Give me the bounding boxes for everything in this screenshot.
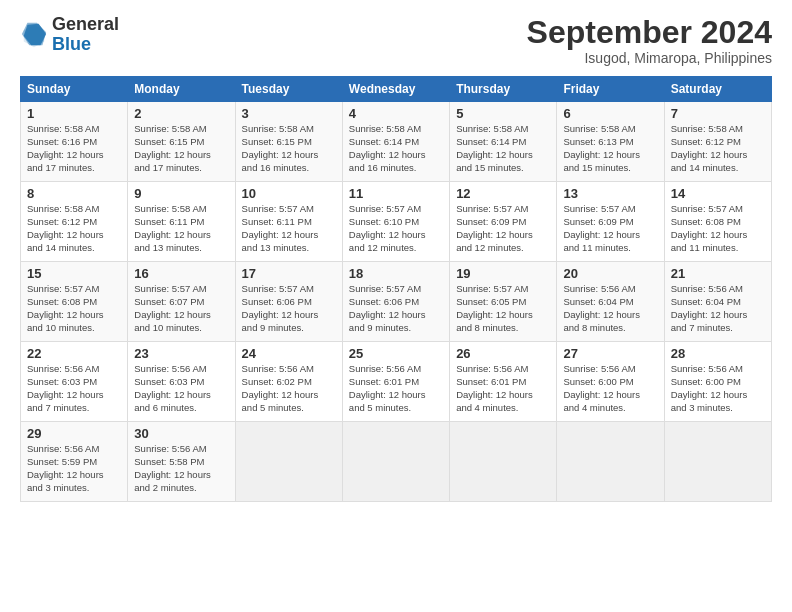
calendar-cell: 25Sunrise: 5:56 AM Sunset: 6:01 PM Dayli… [342, 342, 449, 422]
calendar-cell: 8Sunrise: 5:58 AM Sunset: 6:12 PM Daylig… [21, 182, 128, 262]
day-detail: Sunrise: 5:56 AM Sunset: 6:00 PM Dayligh… [563, 363, 657, 414]
day-number: 19 [456, 266, 550, 281]
day-detail: Sunrise: 5:56 AM Sunset: 6:04 PM Dayligh… [563, 283, 657, 334]
day-number: 13 [563, 186, 657, 201]
day-number: 8 [27, 186, 121, 201]
calendar-cell: 23Sunrise: 5:56 AM Sunset: 6:03 PM Dayli… [128, 342, 235, 422]
day-number: 16 [134, 266, 228, 281]
day-detail: Sunrise: 5:57 AM Sunset: 6:06 PM Dayligh… [349, 283, 443, 334]
day-detail: Sunrise: 5:56 AM Sunset: 6:02 PM Dayligh… [242, 363, 336, 414]
day-detail: Sunrise: 5:58 AM Sunset: 6:15 PM Dayligh… [242, 123, 336, 174]
day-detail: Sunrise: 5:58 AM Sunset: 6:11 PM Dayligh… [134, 203, 228, 254]
day-detail: Sunrise: 5:56 AM Sunset: 6:01 PM Dayligh… [349, 363, 443, 414]
col-saturday: Saturday [664, 77, 771, 102]
col-sunday: Sunday [21, 77, 128, 102]
day-number: 4 [349, 106, 443, 121]
calendar-cell: 6Sunrise: 5:58 AM Sunset: 6:13 PM Daylig… [557, 102, 664, 182]
day-number: 12 [456, 186, 550, 201]
calendar-week-3: 22Sunrise: 5:56 AM Sunset: 6:03 PM Dayli… [21, 342, 772, 422]
day-number: 18 [349, 266, 443, 281]
day-detail: Sunrise: 5:58 AM Sunset: 6:13 PM Dayligh… [563, 123, 657, 174]
day-detail: Sunrise: 5:56 AM Sunset: 5:58 PM Dayligh… [134, 443, 228, 494]
day-number: 15 [27, 266, 121, 281]
calendar-cell: 11Sunrise: 5:57 AM Sunset: 6:10 PM Dayli… [342, 182, 449, 262]
day-number: 26 [456, 346, 550, 361]
day-number: 7 [671, 106, 765, 121]
logo: General Blue [20, 15, 119, 55]
col-monday: Monday [128, 77, 235, 102]
calendar-cell: 16Sunrise: 5:57 AM Sunset: 6:07 PM Dayli… [128, 262, 235, 342]
day-detail: Sunrise: 5:57 AM Sunset: 6:09 PM Dayligh… [456, 203, 550, 254]
day-number: 11 [349, 186, 443, 201]
calendar-week-2: 15Sunrise: 5:57 AM Sunset: 6:08 PM Dayli… [21, 262, 772, 342]
calendar-cell: 2Sunrise: 5:58 AM Sunset: 6:15 PM Daylig… [128, 102, 235, 182]
calendar-week-0: 1Sunrise: 5:58 AM Sunset: 6:16 PM Daylig… [21, 102, 772, 182]
header: General Blue September 2024 Isugod, Mima… [20, 15, 772, 66]
calendar-cell: 26Sunrise: 5:56 AM Sunset: 6:01 PM Dayli… [450, 342, 557, 422]
location: Isugod, Mimaropa, Philippines [527, 50, 772, 66]
calendar-cell: 29Sunrise: 5:56 AM Sunset: 5:59 PM Dayli… [21, 422, 128, 502]
calendar-cell: 24Sunrise: 5:56 AM Sunset: 6:02 PM Dayli… [235, 342, 342, 422]
calendar-cell: 3Sunrise: 5:58 AM Sunset: 6:15 PM Daylig… [235, 102, 342, 182]
calendar-cell: 20Sunrise: 5:56 AM Sunset: 6:04 PM Dayli… [557, 262, 664, 342]
day-detail: Sunrise: 5:58 AM Sunset: 6:12 PM Dayligh… [671, 123, 765, 174]
day-number: 23 [134, 346, 228, 361]
day-detail: Sunrise: 5:58 AM Sunset: 6:14 PM Dayligh… [456, 123, 550, 174]
day-number: 6 [563, 106, 657, 121]
col-wednesday: Wednesday [342, 77, 449, 102]
day-detail: Sunrise: 5:58 AM Sunset: 6:16 PM Dayligh… [27, 123, 121, 174]
day-number: 14 [671, 186, 765, 201]
day-detail: Sunrise: 5:56 AM Sunset: 6:03 PM Dayligh… [134, 363, 228, 414]
calendar-cell [557, 422, 664, 502]
calendar-cell: 18Sunrise: 5:57 AM Sunset: 6:06 PM Dayli… [342, 262, 449, 342]
calendar-cell: 27Sunrise: 5:56 AM Sunset: 6:00 PM Dayli… [557, 342, 664, 422]
day-number: 28 [671, 346, 765, 361]
day-number: 3 [242, 106, 336, 121]
calendar-cell: 4Sunrise: 5:58 AM Sunset: 6:14 PM Daylig… [342, 102, 449, 182]
calendar-cell: 10Sunrise: 5:57 AM Sunset: 6:11 PM Dayli… [235, 182, 342, 262]
day-number: 29 [27, 426, 121, 441]
calendar-cell: 13Sunrise: 5:57 AM Sunset: 6:09 PM Dayli… [557, 182, 664, 262]
logo-general: General [52, 15, 119, 35]
day-number: 1 [27, 106, 121, 121]
day-number: 9 [134, 186, 228, 201]
calendar-cell: 19Sunrise: 5:57 AM Sunset: 6:05 PM Dayli… [450, 262, 557, 342]
calendar-cell [235, 422, 342, 502]
day-detail: Sunrise: 5:56 AM Sunset: 6:00 PM Dayligh… [671, 363, 765, 414]
day-number: 27 [563, 346, 657, 361]
day-number: 25 [349, 346, 443, 361]
calendar-cell [450, 422, 557, 502]
day-detail: Sunrise: 5:57 AM Sunset: 6:06 PM Dayligh… [242, 283, 336, 334]
day-detail: Sunrise: 5:56 AM Sunset: 6:03 PM Dayligh… [27, 363, 121, 414]
day-detail: Sunrise: 5:57 AM Sunset: 6:08 PM Dayligh… [671, 203, 765, 254]
calendar-cell: 5Sunrise: 5:58 AM Sunset: 6:14 PM Daylig… [450, 102, 557, 182]
title-area: September 2024 Isugod, Mimaropa, Philipp… [527, 15, 772, 66]
day-number: 10 [242, 186, 336, 201]
day-detail: Sunrise: 5:56 AM Sunset: 6:04 PM Dayligh… [671, 283, 765, 334]
calendar-cell: 14Sunrise: 5:57 AM Sunset: 6:08 PM Dayli… [664, 182, 771, 262]
calendar-cell: 30Sunrise: 5:56 AM Sunset: 5:58 PM Dayli… [128, 422, 235, 502]
calendar-cell: 15Sunrise: 5:57 AM Sunset: 6:08 PM Dayli… [21, 262, 128, 342]
day-number: 17 [242, 266, 336, 281]
col-tuesday: Tuesday [235, 77, 342, 102]
calendar-week-4: 29Sunrise: 5:56 AM Sunset: 5:59 PM Dayli… [21, 422, 772, 502]
day-number: 20 [563, 266, 657, 281]
calendar-cell: 1Sunrise: 5:58 AM Sunset: 6:16 PM Daylig… [21, 102, 128, 182]
day-detail: Sunrise: 5:57 AM Sunset: 6:08 PM Dayligh… [27, 283, 121, 334]
day-number: 2 [134, 106, 228, 121]
day-detail: Sunrise: 5:57 AM Sunset: 6:05 PM Dayligh… [456, 283, 550, 334]
logo-icon [20, 21, 48, 49]
day-number: 5 [456, 106, 550, 121]
calendar-cell: 22Sunrise: 5:56 AM Sunset: 6:03 PM Dayli… [21, 342, 128, 422]
calendar-cell [342, 422, 449, 502]
day-number: 24 [242, 346, 336, 361]
header-row: Sunday Monday Tuesday Wednesday Thursday… [21, 77, 772, 102]
col-thursday: Thursday [450, 77, 557, 102]
day-detail: Sunrise: 5:57 AM Sunset: 6:09 PM Dayligh… [563, 203, 657, 254]
calendar-cell: 9Sunrise: 5:58 AM Sunset: 6:11 PM Daylig… [128, 182, 235, 262]
calendar-table: Sunday Monday Tuesday Wednesday Thursday… [20, 76, 772, 502]
day-detail: Sunrise: 5:58 AM Sunset: 6:15 PM Dayligh… [134, 123, 228, 174]
day-detail: Sunrise: 5:57 AM Sunset: 6:11 PM Dayligh… [242, 203, 336, 254]
month-title: September 2024 [527, 15, 772, 50]
day-detail: Sunrise: 5:56 AM Sunset: 5:59 PM Dayligh… [27, 443, 121, 494]
